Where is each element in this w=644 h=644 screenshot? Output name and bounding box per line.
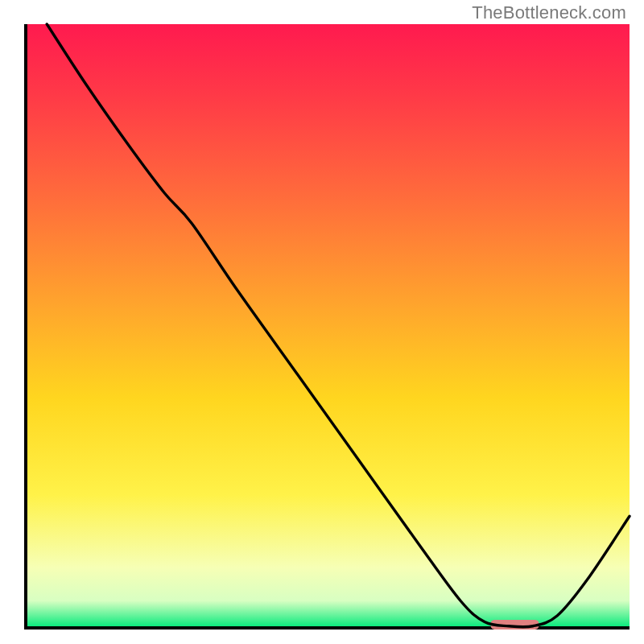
plot-background (26, 24, 630, 628)
bottleneck-chart (0, 0, 644, 644)
watermark-text: TheBottleneck.com (472, 2, 626, 23)
chart-root: { "watermark": "TheBottleneck.com", "cha… (0, 0, 644, 644)
